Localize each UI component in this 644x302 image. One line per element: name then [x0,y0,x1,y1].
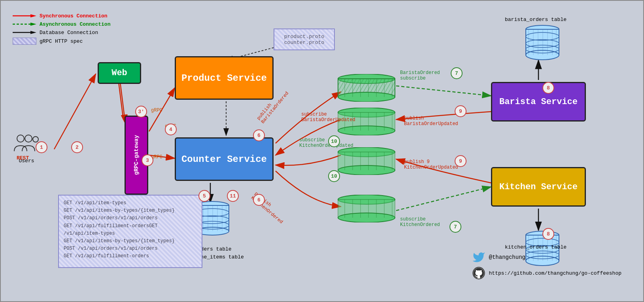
publish-kitchen-order-updated-label: publish 9KitchenOrderUpdated [404,159,458,170]
counter-service-label: Counter Service [181,154,267,165]
barista-service-db [525,25,560,64]
grpc-gateway-label: gRPC-gateway [133,135,140,175]
grpc-spec-box: product.proto counter.proto [274,28,335,50]
svg-point-60 [338,213,395,222]
barista-service-label: Barista Service [499,97,578,107]
svg-point-40 [338,126,395,135]
grpc-spec-line1: product.proto [284,34,324,40]
github-url: https://github.com/thangchung/go-coffees… [489,270,621,276]
legend-grpc-box [13,38,36,45]
web-service-box: Web [98,62,141,84]
badge-8b: 8 [542,228,554,240]
api-route-6: GET /v1/api/items-by-types/{item_types} [64,237,197,245]
legend-async-label: Asynchronous Connection [40,21,110,27]
badge-5: 5 [198,190,210,202]
svg-line-13 [396,187,491,211]
api-route-8: GET /v1/api/fulfillment-orders [64,253,197,260]
grpc-spec-line2: counter.proto [284,40,324,46]
badge-11: 11 [227,190,239,202]
diagram: Synchronous Connection Asynchronous Conn… [0,0,644,302]
mq-kitchen-ordered [337,195,396,222]
badge-6a: 6 [253,129,265,141]
twitter-item: @thangchung [472,251,621,264]
barista-service-box: Barista Service [491,82,586,122]
badge-3p: 3' [135,106,147,118]
badge-10b: 10 [328,170,340,182]
badge-1: 1 [36,141,47,153]
api-route-3: POST /v1/api/orders/v1/api/orders [64,215,197,222]
rest-label: REST [17,155,29,161]
legend-db-label: Database Connection [40,30,98,36]
api-spec-box: GET /v1/api/item-types GET /v1/api/items… [58,195,202,268]
svg-marker-17 [30,14,36,17]
svg-point-24 [33,137,38,142]
barista-db-label: barista_orders table [505,17,567,23]
svg-point-23 [25,135,32,142]
legend: Synchronous Connection Asynchronous Conn… [9,9,114,51]
subscribe-kitchen-order-updated-label: subscribeKitchenOrderUpdated [299,137,353,148]
subscribe-kitchen-ordered-label: subscribeKitchenOrdered [400,217,440,228]
mq-kitchen-order-updated [337,147,396,175]
svg-point-50 [338,165,395,175]
twitter-handle: @thangchung [489,254,525,260]
kitchen-db-label: kitchen_orders table [505,244,567,250]
legend-grpc-label: gRPC HTTP spec [40,38,83,44]
svg-marker-21 [30,31,36,34]
mq-barista-ordered [337,74,396,102]
badge-3: 3 [142,154,153,166]
legend-async: Asynchronous Connection [13,21,110,27]
web-service-label: Web [111,68,127,78]
subscribe-barista-order-updated-label: subscribeBaristaOrderUpdated [301,112,355,123]
badge-6b: 6 [253,194,265,206]
subscribe-barista-ordered-label: BaristaOrderedsubscribe [400,70,440,81]
api-route-2: GET /v1/api/items-by-types/{item_types} [64,207,197,215]
legend-sync: Synchronous Connection [13,13,110,19]
api-route-4: GET /v1/api/fulfillment-ordersGET [64,222,197,230]
badge-2: 2 [71,141,83,153]
badge-7a: 7 [451,67,463,79]
publish-barista-order-updated-label: publishBaristaOrderUpdated [404,116,458,127]
badge-9b: 9 [455,155,466,167]
kitchen-service-label: Kitchen Service [499,182,578,192]
github-item: https://github.com/thangchung/go-coffees… [472,267,621,279]
svg-line-4 [54,74,96,149]
twitter-icon [472,251,485,264]
svg-line-12 [396,86,491,96]
grpc-label-1: gRPC [151,108,162,113]
counter-service-box: Counter Service [175,137,274,181]
api-route-5: /v1/api/item-types [64,230,197,237]
badge-4: 4 [165,123,177,135]
legend-sync-label: Synchronous Connection [40,13,108,19]
api-route-1: GET /v1/api/item-types [64,199,197,207]
product-service-box: Product Service [175,56,274,100]
badge-10a: 10 [328,135,340,147]
badge-9a: 9 [455,105,466,117]
legend-grpc: gRPC HTTP spec [13,38,110,45]
users-icon [13,131,40,155]
badge-7b: 7 [449,221,461,233]
legend-db: Database Connection [13,29,110,36]
product-service-label: Product Service [181,73,267,84]
api-route-7: POST /v1/api/orders/v1/api/orders [64,245,197,253]
github-icon [472,267,485,279]
svg-point-22 [17,135,24,142]
svg-marker-19 [30,23,36,26]
badge-8a: 8 [542,82,554,94]
kitchen-service-box: Kitchen Service [491,167,586,207]
social-section: @thangchung https://github.com/thangchun… [472,251,621,279]
svg-point-30 [338,92,395,102]
